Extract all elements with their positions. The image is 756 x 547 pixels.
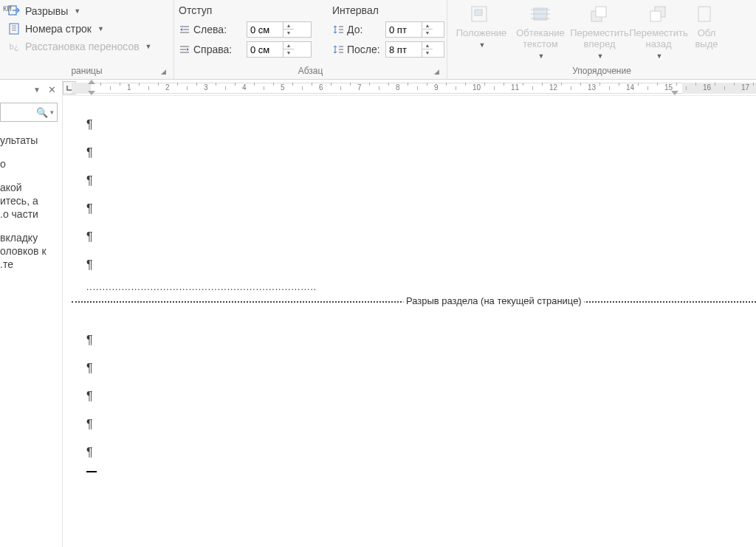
document-page[interactable]: ¶ ¶ ¶ ¶ ¶ ¶ ............................… (72, 96, 756, 547)
spacing-header: Интервал (332, 4, 384, 16)
hyphenation-button[interactable]: b¿ Расстановка переносов ▼ (4, 38, 169, 55)
selection-pane-icon (694, 4, 719, 26)
nav-text: оловков к (0, 244, 59, 258)
paragraph-mark: ¶ (86, 223, 756, 251)
paragraph-mark: ¶ (86, 251, 756, 279)
nav-text: акой (0, 181, 59, 194)
nav-dropdown-icon[interactable]: ▼ (33, 86, 41, 94)
text-cursor (86, 471, 97, 472)
group-label-arrange: Упорядочение (452, 63, 752, 79)
spin-down-icon[interactable]: ▼ (284, 30, 294, 37)
svg-rect-27 (698, 7, 710, 21)
dropdown-icon: ▼ (479, 40, 486, 51)
horizontal-ruler[interactable]: 1234567891011121314151617 (63, 80, 756, 96)
indent-right-icon (179, 44, 190, 55)
dropdown-icon: ▼ (656, 51, 663, 62)
spacing-after-icon (332, 44, 344, 55)
search-icon: 🔍 (36, 107, 48, 118)
send-backward-icon (646, 4, 671, 26)
selection-pane-button[interactable]: Обл выде (688, 2, 725, 60)
wrap-text-icon (528, 4, 553, 26)
spin-down-icon[interactable]: ▼ (422, 30, 433, 37)
group-page-setup: ки Разрывы ▼ Номера строк ▼ b¿ Расстанов… (0, 0, 174, 79)
spacing-after-input[interactable]: ▲▼ (385, 41, 444, 58)
nav-text: те. (0, 258, 59, 271)
spin-down-icon[interactable]: ▼ (284, 49, 294, 57)
indent-right-input[interactable]: ▲▼ (247, 41, 312, 58)
group-label-page-setup: раницы ◢ (4, 63, 169, 79)
spin-up-icon[interactable]: ▲ (422, 42, 433, 49)
section-break: Разрыв раздела (на текущей странице) (72, 295, 756, 309)
svg-rect-18 (475, 10, 482, 16)
workspace: ▼ ✕ 🔍 ▾ ультаты о акой итесь, а о части.… (0, 80, 756, 547)
dialog-launcher-icon[interactable]: ◢ (159, 68, 168, 77)
right-indent-marker[interactable] (671, 91, 678, 95)
svg-rect-26 (650, 11, 661, 21)
paragraph-mark: ¶ (86, 139, 756, 167)
indent-header: Отступ (179, 4, 245, 16)
paragraph-mark: ¶ (86, 195, 756, 223)
paragraph-mark: ¶ (86, 438, 756, 467)
nav-text: вкладку (0, 231, 59, 244)
nav-text: о (0, 157, 59, 171)
dropdown-icon: ▼ (74, 7, 80, 15)
ribbon: ки Разрывы ▼ Номера строк ▼ b¿ Расстанов… (0, 0, 756, 80)
dropdown-icon: ▼ (597, 51, 604, 62)
spin-up-icon[interactable]: ▲ (422, 22, 433, 30)
send-backward-button[interactable]: Переместить назад ▼ (629, 2, 688, 60)
paragraph-mark: ¶ (86, 410, 756, 438)
spacing-after-label: После: (332, 44, 384, 55)
spin-up-icon[interactable]: ▲ (284, 22, 294, 30)
spacing-before-input[interactable]: ▲▼ (385, 21, 444, 38)
spin-up-icon[interactable]: ▲ (284, 42, 294, 49)
position-icon (469, 4, 494, 26)
paragraph-mark: ¶ (86, 382, 756, 410)
paragraph-mark: ¶ (86, 354, 756, 382)
bring-forward-icon (587, 4, 612, 26)
dialog-launcher-icon[interactable]: ◢ (432, 68, 441, 77)
left-indent-marker[interactable] (88, 91, 95, 95)
paragraph-mark: ¶ (86, 111, 756, 139)
spacing-before-label: До: (332, 24, 384, 35)
group-label-paragraph: Абзац ◢ (179, 63, 442, 79)
svg-rect-24 (596, 7, 606, 17)
dropdown-icon: ▼ (97, 25, 104, 32)
indent-right-label: Справа: (179, 44, 245, 55)
bring-forward-button[interactable]: Переместить вперед ▼ (570, 2, 629, 60)
leader-dots: ........................................… (86, 282, 756, 292)
indent-left-icon (179, 24, 190, 35)
breaks-button[interactable]: ки Разрывы ▼ (4, 2, 169, 20)
paragraph-mark: ¶ (86, 167, 756, 195)
dropdown-icon: ▼ (538, 51, 545, 62)
paragraph-mark: ¶ (86, 326, 756, 354)
nav-text: ультаты (0, 134, 59, 147)
group-arrange: Положение ▼ Обтекание текстом ▼ Перемест… (447, 0, 756, 79)
position-button[interactable]: Положение ▼ (452, 2, 511, 60)
nav-text: о части. (0, 207, 59, 221)
svg-rect-1 (10, 24, 18, 34)
navigation-pane: ▼ ✕ 🔍 ▾ ультаты о акой итесь, а о части.… (0, 80, 63, 547)
document-area: 1234567891011121314151617 ¶ ¶ ¶ ¶ ¶ ¶ ..… (63, 80, 756, 547)
wrap-text-button[interactable]: Обтекание текстом ▼ (511, 2, 570, 60)
hyphenation-icon: b¿ (7, 40, 21, 53)
chevron-down-icon: ▾ (50, 109, 54, 116)
nav-text: итесь, а (0, 194, 59, 207)
line-numbers-button[interactable]: Номера строк ▼ (4, 20, 169, 38)
line-numbers-icon (7, 22, 21, 35)
nav-close-icon[interactable]: ✕ (48, 84, 56, 95)
indent-left-input[interactable]: ▲▼ (247, 21, 312, 38)
dropdown-icon: ▼ (145, 43, 152, 50)
spin-down-icon[interactable]: ▼ (422, 49, 433, 57)
group-paragraph: Отступ Интервал Слева: ▲▼ До: (174, 0, 447, 79)
indent-left-label: Слева: (179, 24, 245, 35)
spacing-before-icon (332, 24, 344, 35)
nav-search-input[interactable]: 🔍 ▾ (0, 103, 58, 122)
first-line-indent-marker[interactable] (88, 80, 95, 84)
